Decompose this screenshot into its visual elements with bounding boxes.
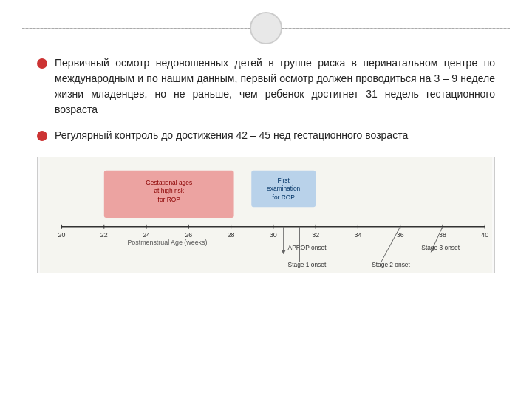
svg-text:Stage 1 onset: Stage 1 onset — [288, 261, 327, 268]
svg-text:22: 22 — [100, 231, 108, 239]
svg-text:40: 40 — [481, 231, 488, 239]
svg-text:at high risk: at high risk — [154, 187, 184, 194]
bullet-dot-1 — [37, 58, 47, 69]
svg-text:32: 32 — [312, 231, 319, 239]
svg-text:Stage 2 onset: Stage 2 onset — [372, 261, 410, 268]
bullet-dot-2 — [37, 131, 47, 141]
slide-container: Первичный осмотр недоношенных детей в гр… — [0, 0, 532, 399]
svg-text:24: 24 — [143, 231, 150, 239]
bullet-list: Первичный осмотр недоношенных детей в гр… — [37, 55, 495, 143]
svg-text:examination: examination — [267, 185, 301, 192]
svg-text:for ROP: for ROP — [158, 196, 181, 203]
svg-text:Stage 3 onset: Stage 3 onset — [421, 244, 460, 251]
bullet-text-1: Первичный осмотр недоношенных детей в гр… — [55, 55, 495, 117]
chart-svg: Gestational ages at high risk for ROP Fi… — [38, 157, 494, 273]
svg-text:20: 20 — [58, 231, 66, 239]
svg-text:Postmenstrual Age (weeks): Postmenstrual Age (weeks) — [127, 239, 207, 246]
bullet-item-1: Первичный осмотр недоношенных детей в гр… — [37, 55, 495, 117]
chart-container: Gestational ages at high risk for ROP Fi… — [37, 157, 495, 273]
svg-text:30: 30 — [270, 231, 277, 239]
svg-text:for ROP: for ROP — [273, 194, 296, 201]
svg-text:26: 26 — [185, 231, 192, 239]
svg-text:APROP onset: APROP onset — [288, 244, 327, 251]
svg-text:First: First — [278, 177, 290, 184]
svg-text:34: 34 — [354, 231, 361, 239]
svg-text:Gestational ages: Gestational ages — [146, 179, 192, 186]
bullet-item-2: Регулярный контроль до достижения 42 – 4… — [37, 128, 495, 143]
bullet-text-2: Регулярный контроль до достижения 42 – 4… — [55, 128, 495, 143]
top-circle-decoration — [250, 12, 282, 44]
svg-text:28: 28 — [228, 231, 235, 239]
content-area: Первичный осмотр недоношенных детей в гр… — [37, 55, 495, 384]
